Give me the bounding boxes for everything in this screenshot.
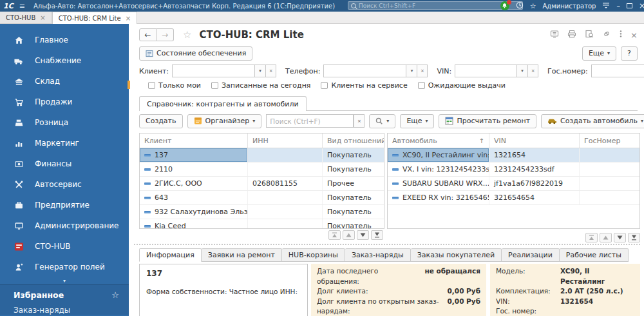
car-cell[interactable]: XC90, II Рестайлинг vin: ...: [388, 148, 489, 162]
gos-cell[interactable]: [580, 148, 639, 162]
chevron-down-icon[interactable]: ▾: [406, 64, 417, 77]
sidebar-item-generator-polej[interactable]: Генератор полей: [0, 257, 129, 277]
close-form-icon[interactable]: ×: [630, 30, 638, 40]
gos-cell[interactable]: [580, 163, 639, 176]
sidebar-item-sto-hub[interactable]: СТО-HUB: [0, 236, 129, 257]
organizer-button[interactable]: Органайзер ▾: [187, 114, 262, 128]
chevron-down-icon[interactable]: ▾: [254, 64, 265, 77]
inn-cell[interactable]: [248, 191, 323, 204]
sidebar-collapse-chevron-icon[interactable]: ▾: [0, 277, 129, 285]
tab-informaciya[interactable]: Информация: [139, 248, 202, 262]
gos-cell[interactable]: [580, 177, 639, 190]
tab-crm-lite[interactable]: СТО-HUB: CRM Lite ×: [52, 12, 137, 24]
tab-close-icon[interactable]: ×: [126, 15, 131, 22]
vin-filter-input[interactable]: [455, 64, 516, 77]
client-cell[interactable]: 2ГИС.С, ООО: [140, 177, 248, 190]
checkbox-only-mine[interactable]: Только мои: [148, 81, 201, 90]
link-icon[interactable]: [602, 30, 611, 40]
table-row[interactable]: 932 Салахутдинова Эльза Ри... Покупатель: [140, 205, 384, 219]
column-header-vin[interactable]: VIN: [489, 133, 580, 148]
scroll-up-button[interactable]: [600, 233, 612, 242]
inn-cell[interactable]: [248, 219, 323, 229]
table-row[interactable]: EXEED RX vin: 321654654 321654654: [388, 191, 639, 205]
current-user[interactable]: Администратор: [543, 3, 596, 10]
chevron-down-icon[interactable]: ▾: [516, 64, 527, 77]
column-header-gosnomer[interactable]: ГосНомер: [580, 133, 639, 148]
checkbox-box[interactable]: [321, 82, 328, 89]
client-cell[interactable]: 2110: [140, 163, 248, 176]
car-cell[interactable]: EXEED RX vin: 321654654: [388, 191, 489, 204]
client-cell[interactable]: 643: [140, 191, 248, 204]
sidebar-item-sklad[interactable]: Склад: [0, 71, 129, 92]
more-actions-icon[interactable]: [620, 30, 622, 40]
scroll-down-button[interactable]: [614, 233, 626, 242]
minimize-icon[interactable]: –: [616, 3, 620, 10]
sidebar-item-glavnoe[interactable]: Главное: [0, 30, 129, 50]
column-header-car[interactable]: Автомобиль↑: [388, 133, 489, 148]
column-header-relation[interactable]: Вид отношений: [323, 133, 384, 148]
checkbox-awaiting-delivery[interactable]: Ожидающие выдачи: [418, 81, 506, 90]
star-icon[interactable]: ☆: [111, 290, 119, 300]
create-car-button[interactable]: Создать автомобиль ▾: [541, 114, 644, 128]
sidebar-item-administrirovanie[interactable]: Администрирование: [0, 215, 129, 236]
help-button[interactable]: ?: [621, 46, 638, 61]
sidebar-item-avtoservis[interactable]: Автосервис: [0, 174, 129, 195]
gos-filter-input[interactable]: [591, 64, 644, 77]
table-row[interactable]: VX, I vin: 12312454233sdf 12312454233sdf: [388, 163, 639, 177]
table-row[interactable]: Kia Ceed Покупатель: [140, 219, 384, 229]
clear-icon[interactable]: ×: [265, 64, 276, 77]
inn-cell[interactable]: 0268081155: [248, 177, 323, 190]
main-menu-icon[interactable]: ≡: [19, 2, 25, 10]
table-row[interactable]: 2ГИС.С, ООО 0268081155 Прочее: [140, 177, 384, 191]
scroll-down-button[interactable]: [357, 230, 369, 240]
list-search-input[interactable]: [266, 114, 354, 128]
scroll-top-button[interactable]: [585, 233, 598, 242]
checkbox-booked-today[interactable]: Записанные на сегодня: [211, 81, 310, 90]
table-row[interactable]: 643 Покупатель: [140, 191, 384, 205]
checkbox-box[interactable]: [148, 82, 155, 89]
print-icon[interactable]: [567, 30, 576, 40]
provision-state-button[interactable]: Состояние обеспечения: [139, 46, 252, 61]
client-cell[interactable]: Kia Ceed: [140, 219, 248, 229]
phone-filter-input[interactable]: [323, 64, 406, 77]
relation-cell[interactable]: Прочее: [323, 177, 384, 190]
tab-close-icon[interactable]: ×: [40, 14, 45, 21]
more-button[interactable]: Еще ▾: [582, 46, 616, 61]
table-row[interactable]: 137 Покупатель: [140, 148, 384, 163]
back-button[interactable]: ←: [139, 28, 156, 41]
history-icon[interactable]: [516, 1, 524, 10]
sidebar-item-predpriyatie[interactable]: Предприятие: [0, 195, 129, 215]
inn-cell[interactable]: [248, 163, 323, 176]
forward-button[interactable]: →: [156, 28, 174, 41]
window-close-icon[interactable]: ×: [639, 1, 644, 10]
scroll-bottom-button[interactable]: [371, 230, 383, 240]
add-to-favorites-star-icon[interactable]: ☆: [183, 29, 191, 41]
table-row[interactable]: SUBARU SUBARU WRX... jf1va1a67l9822019: [388, 177, 639, 191]
relation-cell[interactable]: Покупатель: [323, 163, 384, 176]
search-settings-button[interactable]: ▾: [369, 114, 395, 128]
vin-cell[interactable]: 321654654: [489, 191, 580, 204]
client-cell[interactable]: 932 Салахутдинова Эльза Ри...: [140, 205, 248, 219]
checkbox-box[interactable]: [418, 82, 425, 89]
scroll-top-button[interactable]: [328, 230, 341, 240]
sidebar-item-prodazhi[interactable]: Продажи: [0, 92, 129, 112]
clear-icon[interactable]: ×: [354, 114, 365, 128]
list-more-button[interactable]: Еще ▾: [400, 114, 434, 128]
calc-repair-button[interactable]: Просчитать ремонт: [439, 114, 536, 128]
checkbox-clients-in-service[interactable]: Клиенты на сервисе: [321, 81, 407, 90]
preview-icon[interactable]: [585, 30, 594, 40]
table-row[interactable]: 2110 Покупатель: [140, 163, 384, 177]
tab-hub-korziny[interactable]: HUB-корзины: [282, 248, 345, 262]
relation-cell[interactable]: Покупатель: [323, 219, 384, 229]
clear-icon[interactable]: ×: [417, 64, 428, 77]
tab-zakazy-pokupatelej[interactable]: Заказы покупателей: [411, 248, 502, 262]
tab-realizacii[interactable]: Реализации: [502, 248, 560, 262]
tab-sto-hub[interactable]: СТО-HUB ×: [0, 12, 52, 23]
service-menu-icon[interactable]: [602, 2, 610, 10]
favorites-star-icon[interactable]: ☆: [530, 3, 536, 10]
tab-zayavki-na-remont[interactable]: Заявки на ремонт: [202, 248, 282, 262]
global-search-input[interactable]: Поиск Ctrl+Shift+F: [348, 1, 523, 10]
car-cell[interactable]: SUBARU SUBARU WRX...: [388, 177, 489, 190]
relation-cell[interactable]: Покупатель: [323, 205, 384, 219]
horizontal-splitter[interactable]: [134, 244, 640, 245]
